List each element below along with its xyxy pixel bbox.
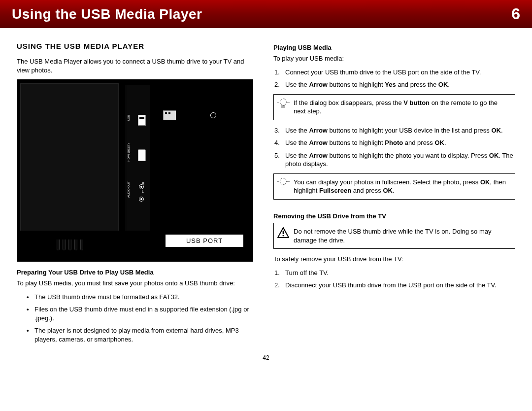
preparing-list: The USB thumb drive must be formatted as… bbox=[17, 293, 259, 344]
lightbulb-icon bbox=[278, 99, 289, 111]
svg-rect-0 bbox=[283, 231, 284, 234]
chapter-number: 6 bbox=[511, 5, 520, 23]
audio-l-icon bbox=[139, 197, 144, 202]
preparing-text: To play USB media, you must first save y… bbox=[17, 279, 259, 288]
right-column: Playing USB Media To play your USB media… bbox=[273, 42, 515, 347]
section-heading: USING THE USB MEDIA PLAYER bbox=[17, 42, 259, 50]
warning-icon bbox=[277, 227, 289, 238]
removing-heading: Removing the USB Drive from the TV bbox=[273, 212, 515, 220]
preparing-heading: Preparing Your USB Drive to Play USB Med… bbox=[17, 269, 259, 276]
list-item: Use the Arrow buttons to highlight Photo… bbox=[273, 138, 515, 147]
list-item: Turn off the TV. bbox=[273, 269, 515, 277]
lightbulb-icon bbox=[278, 178, 289, 191]
warning-box: Do not remove the USB thumb drive while … bbox=[273, 223, 515, 249]
list-item: Files on the USB thumb drive must end in… bbox=[17, 305, 259, 322]
playing-heading: Playing USB Media bbox=[273, 44, 515, 51]
svg-point-1 bbox=[283, 235, 284, 237]
list-item: The USB thumb drive must be formatted as… bbox=[17, 293, 259, 302]
list-item: Use the Arrow buttons to highlight the p… bbox=[273, 151, 515, 169]
tip-box: You can display your photos in fullscree… bbox=[273, 173, 515, 200]
playing-steps: Connect your USB thumb drive to the USB … bbox=[273, 68, 515, 89]
list-item: Connect your USB thumb drive to the USB … bbox=[273, 68, 515, 77]
intro-text: The USB Media Player allows you to conne… bbox=[17, 57, 259, 74]
chapter-title: Using the USB Media Player bbox=[12, 6, 202, 22]
list-item: Use the Arrow buttons to highlight your … bbox=[273, 126, 515, 135]
list-item: Use the Arrow buttons to highlight Yes a… bbox=[273, 80, 515, 89]
tip-box: If the dialog box disappears, press the … bbox=[273, 94, 515, 120]
usb-port-label: USB PORT bbox=[165, 234, 244, 247]
list-item: Disconnect your USB thumb drive from the… bbox=[273, 281, 515, 290]
chapter-header: Using the USB Media Player 6 bbox=[0, 0, 532, 28]
list-item: The player is not designed to play media… bbox=[17, 326, 259, 343]
playing-steps-cont: Use the Arrow buttons to highlight your … bbox=[273, 126, 515, 169]
playing-intro: To play your USB media: bbox=[273, 54, 515, 63]
hdmi-slot-icon bbox=[138, 149, 146, 161]
removing-intro: To safely remove your USB drive from the… bbox=[273, 255, 515, 264]
usb-drive-icon bbox=[163, 107, 217, 124]
usb-port-illustration: USB HDMI (BEST) AUDIO OUT RL bbox=[17, 79, 253, 262]
page-number: 42 bbox=[0, 352, 532, 368]
left-column: USING THE USB MEDIA PLAYER The USB Media… bbox=[17, 42, 259, 347]
removing-steps: Turn off the TV. Disconnect your USB thu… bbox=[273, 269, 515, 290]
usb-slot-icon bbox=[138, 115, 146, 126]
